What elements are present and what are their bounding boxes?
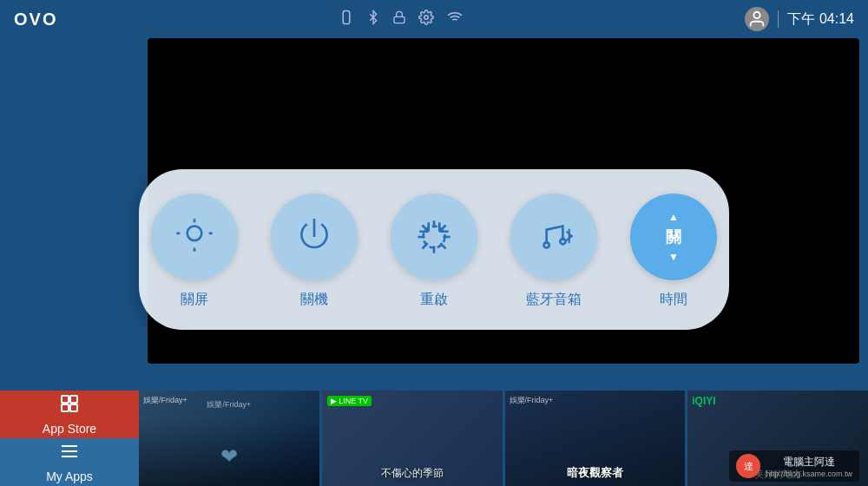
svg-rect-30: [62, 404, 69, 411]
thumbnail-2-inner: ▶ LINE TV 不傷心的季節: [322, 391, 503, 486]
thumbnail-3[interactable]: 娛樂/Friday+ 暗夜觀察者: [505, 391, 686, 486]
topbar-divider: [778, 10, 779, 28]
control-buttons-row: 關屏 關機: [151, 194, 717, 309]
topbar: OVO: [0, 0, 868, 38]
screen-off-circle: [151, 194, 238, 280]
svg-rect-2: [394, 16, 404, 23]
power-off-button[interactable]: 關機: [271, 194, 358, 309]
sidebar-item-my-apps[interactable]: My Apps: [0, 438, 139, 486]
my-apps-icon: [59, 441, 80, 466]
topbar-right: 下午 04:14: [745, 7, 854, 31]
app-store-icon: [59, 393, 80, 418]
svg-point-6: [187, 227, 202, 241]
bluetooth-icon: [366, 10, 380, 29]
watermark-text: 電腦主阿達 http://blog.ksame.com.tw: [766, 455, 852, 478]
time-circle: ▲ 關 ▼: [630, 194, 717, 280]
iqiyi-badge: iQIYI: [692, 395, 715, 407]
topbar-icons: [339, 10, 464, 29]
settings-icon[interactable]: [418, 10, 434, 29]
thumbnail-1[interactable]: 娛樂/Friday+ 娛樂/Friday+ ❤: [139, 391, 319, 486]
power-off-label: 關機: [300, 291, 328, 309]
app-logo: OVO: [14, 10, 57, 30]
restart-circle: [391, 194, 477, 280]
my-apps-label: My Apps: [46, 470, 93, 483]
time-value: 關: [666, 227, 681, 247]
svg-rect-31: [70, 404, 77, 411]
restart-label: 重啟: [420, 291, 448, 309]
watermark: 達 電腦主阿達 http://blog.ksame.com.tw: [729, 450, 859, 482]
svg-point-25: [544, 242, 549, 247]
svg-point-26: [560, 239, 565, 244]
power-off-circle: [271, 194, 358, 280]
clock: 下午 04:14: [787, 10, 854, 29]
avatar[interactable]: [745, 7, 769, 31]
thumb3-badge: 娛樂/Friday+: [510, 395, 554, 406]
time-button[interactable]: ▲ 關 ▼ 時間: [630, 194, 717, 309]
time-circle-inner: ▲ 關 ▼: [666, 211, 681, 263]
watermark-avatar: 達: [736, 454, 760, 478]
time-down-arrow: ▼: [668, 251, 679, 263]
control-panel: 關屏 關機: [139, 169, 729, 330]
svg-point-5: [754, 12, 760, 18]
bluetooth-speaker-label: 藍牙音箱: [526, 291, 582, 309]
thumbnail-3-inner: 娛樂/Friday+ 暗夜觀察者: [505, 391, 686, 486]
sidebar-item-app-store[interactable]: App Store: [0, 391, 139, 438]
restart-button[interactable]: 重啟: [391, 194, 477, 309]
svg-point-3: [424, 16, 429, 20]
thumb2-title: 不傷心的季節: [322, 466, 503, 481]
lock-icon: [392, 10, 406, 29]
thumbnail-2[interactable]: ▶ LINE TV 不傷心的季節: [322, 391, 503, 486]
bluetooth-speaker-circle: [510, 194, 597, 280]
screen-off-button[interactable]: 關屏: [151, 194, 238, 309]
time-label: 時間: [660, 291, 687, 309]
bluetooth-speaker-button[interactable]: 藍牙音箱: [510, 194, 597, 309]
svg-rect-28: [62, 396, 69, 403]
linetv-badge: ▶ LINE TV: [327, 396, 372, 406]
time-up-arrow: ▲: [668, 211, 679, 223]
remote-icon: [339, 10, 354, 29]
svg-rect-29: [70, 396, 77, 403]
svg-rect-0: [344, 11, 351, 24]
app-store-label: App Store: [43, 422, 96, 436]
thumb3-title: 暗夜觀察者: [505, 465, 686, 481]
thumbnail-1-inner: 娛樂/Friday+ 娛樂/Friday+ ❤: [139, 391, 319, 486]
screen-off-label: 關屏: [181, 291, 208, 309]
wifi-icon: [446, 10, 464, 29]
sidebar: App Store My Apps: [0, 38, 139, 486]
